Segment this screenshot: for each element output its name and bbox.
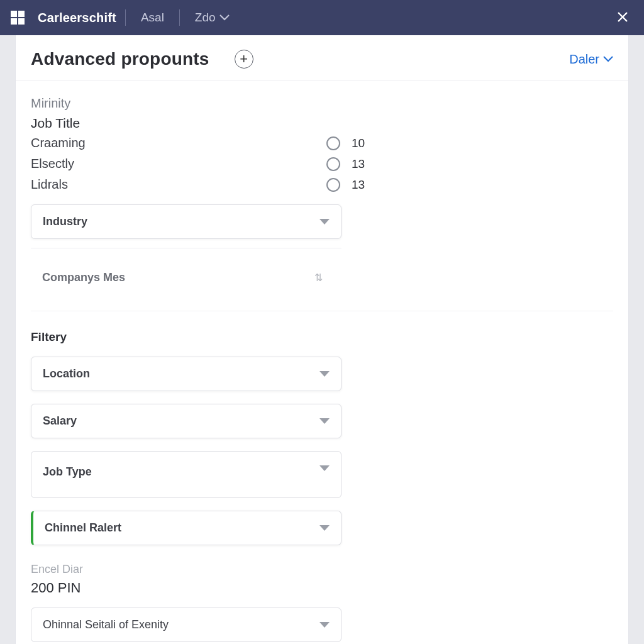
select-job-type[interactable]: Job Type <box>31 451 341 498</box>
value-encel-diar: 200 PIN <box>31 580 613 596</box>
chevron-down-icon <box>319 525 330 531</box>
svg-marker-2 <box>319 418 330 424</box>
radio-value: 10 <box>352 136 370 150</box>
chevron-down-icon <box>319 219 330 225</box>
radio-row: Lidrals 13 <box>31 177 370 192</box>
header-action-label: Daler <box>569 52 599 67</box>
chevron-down-icon <box>603 56 613 62</box>
radio-input-elsectly[interactable] <box>326 157 340 171</box>
select-company[interactable]: Companys Mes ⇅ <box>31 261 341 294</box>
chevron-down-icon <box>219 14 230 21</box>
select-ohinnal[interactable]: Ohinnal Seitali of Exenity <box>31 608 341 642</box>
chevron-down-icon <box>319 371 330 377</box>
brand-name: Carleerschift <box>38 11 116 25</box>
radio-label: Craaming <box>31 136 326 150</box>
nav-item-zdo[interactable]: Zdo <box>189 11 236 25</box>
select-salary[interactable]: Salary <box>31 404 341 438</box>
plus-icon: + <box>240 52 248 66</box>
topbar: Carleerschift Asal Zdo <box>0 0 644 35</box>
close-button[interactable] <box>611 6 634 30</box>
nav-separator <box>179 9 180 26</box>
radio-value: 13 <box>352 178 370 192</box>
header-action-dropdown[interactable]: Daler <box>569 52 613 67</box>
radio-input-craaming[interactable] <box>326 136 340 150</box>
svg-marker-3 <box>319 465 330 471</box>
nav-item-asal[interactable]: Asal <box>135 11 170 25</box>
page-title: Advanced propounts <box>31 49 209 69</box>
select-label: Companys Mes <box>42 271 314 284</box>
select-location[interactable]: Location <box>31 357 341 391</box>
close-icon <box>616 11 629 23</box>
select-chinnel-ralert[interactable]: Chinnel Ralert <box>31 511 341 545</box>
radio-value: 13 <box>352 157 370 171</box>
svg-marker-4 <box>319 525 330 531</box>
nav-item-label: Zdo <box>195 11 216 25</box>
nav-item-label: Asal <box>141 11 164 25</box>
select-label: Ohinnal Seitali of Exenity <box>43 618 319 631</box>
sort-icon: ⇅ <box>314 272 323 284</box>
svg-marker-0 <box>319 219 330 225</box>
group-label-mirinity: Mirinity <box>31 96 613 111</box>
svg-marker-5 <box>319 622 330 628</box>
app-logo-icon <box>10 10 25 25</box>
page-body: Mirinity Job Title Craaming 10 Elsectly … <box>16 81 628 644</box>
section-divider <box>31 311 613 311</box>
select-label: Job Type <box>43 465 319 479</box>
radio-input-lidrals[interactable] <box>326 178 340 192</box>
label-job-title: Job Title <box>31 116 613 131</box>
select-label: Location <box>43 367 319 380</box>
radio-row: Craaming 10 <box>31 136 370 150</box>
add-button[interactable]: + <box>235 50 253 69</box>
radio-label: Lidrals <box>31 177 326 192</box>
select-label: Salary <box>43 414 319 428</box>
section-title-filtery: Filtery <box>31 330 613 344</box>
chevron-down-icon <box>319 418 330 425</box>
divider <box>31 248 341 248</box>
label-encel-diar: Encel Diar <box>31 563 613 576</box>
page-header: Advanced propounts + Daler <box>16 35 628 81</box>
svg-marker-1 <box>319 371 330 377</box>
chevron-down-icon <box>319 622 330 628</box>
chevron-down-icon <box>319 465 330 472</box>
nav-separator <box>125 9 126 26</box>
radio-label: Elsectly <box>31 157 326 171</box>
select-label: Industry <box>43 215 319 228</box>
select-label: Chinnel Ralert <box>45 521 319 535</box>
page-card: Advanced propounts + Daler Mirinity Job … <box>15 35 629 644</box>
radio-row: Elsectly 13 <box>31 157 370 171</box>
select-industry[interactable]: Industry <box>31 204 341 239</box>
